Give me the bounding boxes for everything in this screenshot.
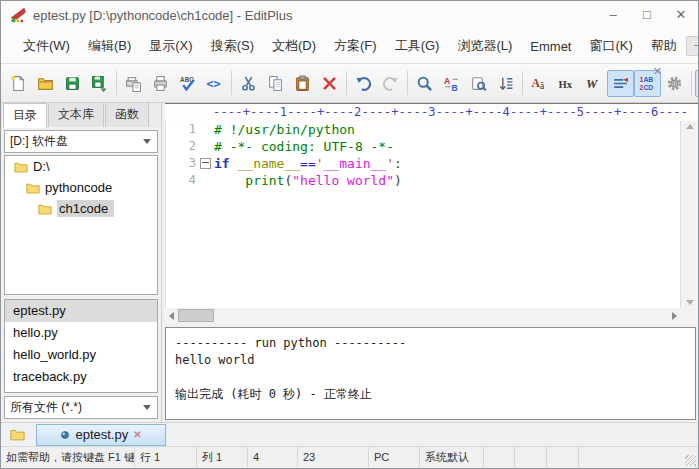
vertical-scrollbar[interactable] [680, 121, 698, 308]
svg-text:A: A [444, 75, 450, 85]
status-cell-6: 系统默认 [420, 447, 484, 468]
toolbar: ✕ ABC<>ABAãHxW1AB2CD [1, 64, 698, 103]
html-tags-icon[interactable]: <> [201, 70, 228, 97]
copy-icon[interactable] [262, 70, 289, 97]
code-line: 2# -*- coding: UTF-8 -*- [166, 138, 680, 155]
sort-icon[interactable] [492, 70, 519, 97]
svg-text:1AB: 1AB [640, 76, 654, 83]
status-bar: 如需帮助，请按键盘 F1 键行 1列 1423PC系统默认 [1, 446, 698, 468]
output-line: 输出完成 (耗时 0 秒) - 正常终止 [175, 386, 686, 403]
file-item-hello-py[interactable]: hello.py [5, 322, 157, 344]
scroll-down-icon[interactable] [686, 300, 694, 305]
toolbar-separator [231, 71, 232, 95]
open-file-icon[interactable] [32, 70, 59, 97]
tree-item-label: ch1code [57, 200, 114, 217]
toggle-directory-panel-icon[interactable] [695, 70, 698, 97]
toolbar-separator [522, 71, 523, 95]
find-icon[interactable] [411, 70, 438, 97]
output-line: hello world [175, 352, 686, 369]
hex-view-icon[interactable]: Hx [553, 70, 580, 97]
find-in-files-icon[interactable] [465, 70, 492, 97]
word-wrap-icon[interactable]: W [580, 70, 607, 97]
tree-item-pythoncode[interactable]: pythoncode [5, 177, 157, 198]
sidebar-tabs: 目录文本库函数 [1, 103, 161, 127]
new-file-icon[interactable] [5, 70, 32, 97]
scroll-left-icon[interactable] [169, 312, 174, 320]
replace-icon[interactable]: AB [438, 70, 465, 97]
editor-column: ----+----1----+----2----+----3----+----4… [162, 103, 698, 422]
file-item-eptest-py[interactable]: eptest.py [5, 300, 157, 322]
status-cell-5: PC [369, 447, 420, 468]
document-tab-bar: eptest.py ✕ [1, 422, 698, 446]
scrollbar-thumb[interactable] [178, 309, 214, 322]
horizontal-scrollbar[interactable] [165, 308, 698, 323]
status-cell-9 [547, 447, 579, 468]
menu-item-window[interactable]: 窗口(K) [580, 33, 641, 59]
menu-item-document[interactable]: 文档(D) [263, 33, 325, 59]
tab-close-icon[interactable]: ✕ [133, 429, 141, 440]
mdi-close-button[interactable]: ✕ [653, 65, 662, 78]
menu-items: 文件(W)编辑(B)显示(X)搜索(S)文档(D)方案(F)工具(G)浏览器(L… [14, 33, 686, 59]
mdi-buttons: – ❐ [686, 36, 699, 56]
sidebar-tab-functions[interactable]: 函数 [105, 102, 149, 127]
line-number: 3 [166, 155, 196, 172]
preferences-icon[interactable] [661, 70, 688, 97]
print-icon[interactable] [147, 70, 174, 97]
spell-check-icon[interactable]: ABC [174, 70, 201, 97]
menu-item-emmet[interactable]: Emmet [521, 35, 580, 58]
menu-item-file[interactable]: 文件(W) [14, 33, 79, 59]
cut-icon[interactable] [235, 70, 262, 97]
fold-collapse-icon[interactable] [200, 158, 211, 169]
menu-item-help[interactable]: 帮助 [642, 33, 686, 59]
code-line: 1# !/usr/bin/python [166, 121, 680, 138]
case-convert-icon[interactable]: Aã [526, 70, 553, 97]
menu-item-tools[interactable]: 工具(G) [386, 33, 449, 59]
code-editor[interactable]: 1# !/usr/bin/python2# -*- coding: UTF-8 … [165, 121, 680, 308]
drive-selector-value: [D:] 软件盘 [10, 133, 68, 150]
line-number: 2 [166, 138, 196, 155]
sidebar-tab-cliptext[interactable]: 文本库 [48, 102, 104, 127]
code-text: # !/usr/bin/python [214, 121, 355, 138]
close-button[interactable]: ✕ [664, 2, 698, 28]
scroll-right-icon[interactable] [672, 312, 677, 320]
code-line: 3if __name__=='__main__': [166, 155, 680, 172]
menu-item-project[interactable]: 方案(F) [325, 33, 386, 59]
sidebar-tab-directory[interactable]: 目录 [3, 103, 47, 128]
tree-item-d[interactable]: D:\ [5, 156, 157, 177]
status-cell-1: 行 1 [135, 447, 197, 468]
undo-icon[interactable] [350, 70, 377, 97]
chevron-down-icon [143, 405, 151, 410]
scroll-up-icon[interactable] [686, 124, 694, 129]
directory-window-button[interactable] [4, 425, 30, 444]
menu-item-browser[interactable]: 浏览器(L) [448, 33, 521, 59]
delete-icon[interactable] [316, 70, 343, 97]
directory-sidebar: 目录文本库函数 [D:] 软件盘 D:\pythoncodech1code ep… [1, 103, 162, 422]
paste-icon[interactable] [289, 70, 316, 97]
file-filter-value: 所有文件 (*.*) [10, 399, 82, 416]
tree-item-ch1code[interactable]: ch1code [5, 198, 157, 219]
menu-item-edit[interactable]: 编辑(B) [79, 33, 140, 59]
document-tab-eptest[interactable]: eptest.py ✕ [36, 424, 166, 446]
code-line: 4 print("hello world") [166, 172, 680, 189]
file-item-hello-world-py[interactable]: hello_world.py [5, 344, 157, 366]
editplus-logo-icon [9, 6, 27, 24]
mdi-minimize-button[interactable]: – [686, 36, 699, 56]
minimize-button[interactable]: – [596, 2, 630, 28]
maximize-button[interactable]: □ [630, 2, 664, 28]
save-all-icon[interactable] [86, 70, 113, 97]
folder-icon [9, 427, 26, 442]
print-preview-icon[interactable] [120, 70, 147, 97]
output-panel: ---------- run python ----------hello wo… [165, 327, 696, 420]
menu-item-search[interactable]: 搜索(S) [202, 33, 263, 59]
redo-icon[interactable] [377, 70, 404, 97]
save-icon[interactable] [59, 70, 86, 97]
resize-grip-icon[interactable] [685, 455, 696, 466]
menu-item-view[interactable]: 显示(X) [140, 33, 201, 59]
toolbar-separator [116, 71, 117, 95]
tab-marks-icon[interactable] [607, 70, 634, 97]
drive-selector[interactable]: [D:] 软件盘 [4, 130, 158, 153]
file-item-traceback-py[interactable]: traceback.py [5, 366, 157, 388]
file-filter-selector[interactable]: 所有文件 (*.*) [4, 396, 158, 419]
status-cell-3: 4 [248, 447, 298, 468]
menu-bar: 文件(W)编辑(B)显示(X)搜索(S)文档(D)方案(F)工具(G)浏览器(L… [1, 29, 698, 64]
